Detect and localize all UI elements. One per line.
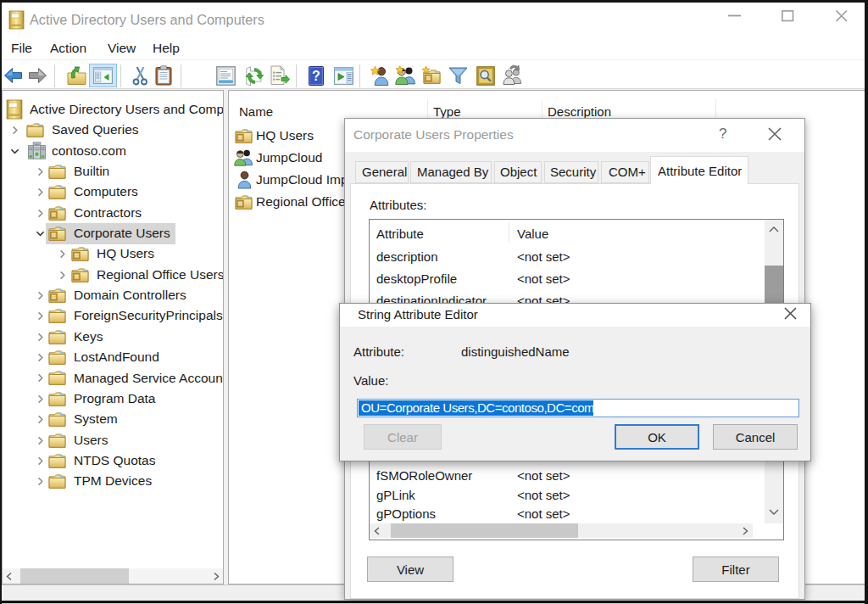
svg-text:?: ? [312,69,320,83]
